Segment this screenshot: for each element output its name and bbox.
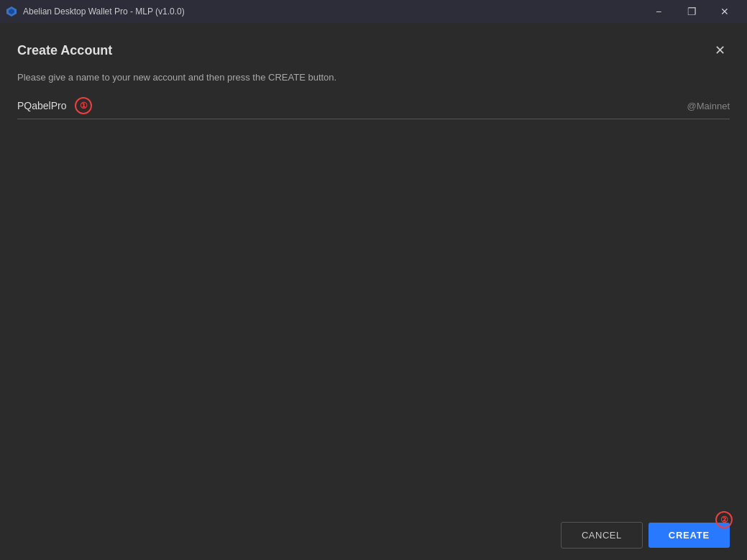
account-name-input[interactable]: [101, 100, 678, 111]
account-name-row: PQabelPro ① @Mainnet: [17, 97, 730, 119]
annotation-2-circle: ②: [715, 511, 733, 528]
app-icon: [6, 6, 17, 17]
create-button-wrapper: ② CREATE: [649, 523, 730, 548]
cancel-button[interactable]: CANCEL: [561, 522, 643, 548]
dialog-title: Create Account: [17, 43, 112, 58]
dialog-footer: CANCEL ② CREATE: [17, 513, 730, 548]
title-bar-left: Abelian Desktop Wallet Pro - MLP (v1.0.0…: [6, 6, 185, 17]
account-suffix: @Mainnet: [687, 101, 730, 111]
annotation-1-circle: ①: [75, 97, 92, 114]
maximize-button[interactable]: ❐: [675, 0, 708, 23]
dialog-header: Create Account ✕: [17, 40, 730, 60]
create-button[interactable]: CREATE: [649, 523, 730, 548]
spacer: [17, 125, 730, 513]
title-bar: Abelian Desktop Wallet Pro - MLP (v1.0.0…: [0, 0, 747, 23]
dialog-close-button[interactable]: ✕: [710, 40, 730, 60]
dialog-description: Please give a name to your new account a…: [17, 72, 730, 83]
account-name-prefix: PQabelPro: [17, 100, 66, 111]
window-controls: − ❐ ✕: [642, 0, 741, 23]
minimize-button[interactable]: −: [642, 0, 675, 23]
dialog-container: Create Account ✕ Please give a name to y…: [0, 23, 747, 560]
window-title: Abelian Desktop Wallet Pro - MLP (v1.0.0…: [23, 6, 185, 17]
window-close-button[interactable]: ✕: [708, 0, 741, 23]
